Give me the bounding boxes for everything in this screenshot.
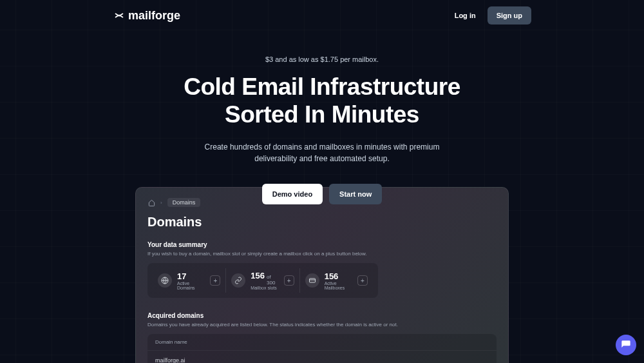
mailbox-icon (305, 273, 319, 288)
stat-value: 156 (325, 271, 339, 281)
stat-label: Active Domains (177, 281, 205, 290)
nav-actions: Log in Sign up (455, 6, 531, 25)
domains-table: Domain name mailforge.ai getmailforge.ai (147, 334, 497, 363)
chat-icon (621, 340, 631, 350)
stat-value: 17 (177, 271, 186, 281)
acquired-sub: Domains you have already acquired are li… (147, 322, 497, 328)
demo-video-button[interactable]: Demo video (262, 184, 323, 204)
site-header: mailforge Log in Sign up (0, 0, 644, 31)
hero-section: $3 and as low as $1.75 per mailbox. Cold… (0, 31, 644, 204)
signup-button[interactable]: Sign up (488, 6, 531, 25)
hero-actions: Demo video Start now (0, 184, 644, 204)
add-domain-button[interactable]: + (210, 275, 220, 286)
summary-label: Your data summary (147, 241, 497, 248)
globe-icon (158, 273, 172, 288)
hero-title: Cold Email Infrastructure Sorted In Minu… (0, 74, 644, 128)
product-screenshot: › Domains Domains Your data summary If y… (135, 187, 509, 363)
chat-widget-button[interactable] (616, 335, 636, 355)
link-icon (231, 273, 245, 288)
stat-card-domains: 17 Active Domains + (153, 268, 226, 293)
start-now-button[interactable]: Start now (329, 184, 382, 204)
acquired-label: Acquired domains (147, 312, 497, 319)
add-mailbox-button[interactable]: + (357, 275, 368, 286)
hero-description: Create hundreds of domains and mailboxes… (193, 141, 451, 164)
stat-card-mailbox-slots: 156 of 300 Mailbox slots + (226, 268, 299, 293)
page-title: Domains (147, 215, 497, 230)
stat-label: Active Mailboxes (325, 281, 352, 290)
login-link[interactable]: Log in (455, 12, 476, 19)
add-mailbox-slot-button[interactable]: + (284, 275, 294, 286)
svg-rect-1 (309, 279, 315, 282)
stat-of: of 300 (267, 274, 279, 286)
hero-title-line1: Cold Email Infrastructure (184, 74, 460, 100)
stat-cards: 17 Active Domains + 156 of 300 Mailbox s… (147, 263, 378, 298)
envelope-icon (113, 9, 126, 22)
hero-tagline: $3 and as low as $1.75 per mailbox. (0, 55, 644, 63)
logo[interactable]: mailforge (113, 9, 180, 23)
stat-card-active-mailboxes: 156 Active Mailboxes + (300, 268, 373, 293)
table-header-domain: Domain name (147, 334, 497, 351)
logo-text: mailforge (128, 9, 180, 23)
stat-value: 156 (251, 271, 265, 280)
table-row[interactable]: mailforge.ai (147, 351, 497, 363)
stat-label: Mailbox slots (251, 286, 278, 290)
summary-sub: If you wish to buy a domain, mailbox slo… (147, 251, 497, 257)
hero-title-line2: Sorted In Minutes (225, 101, 419, 128)
